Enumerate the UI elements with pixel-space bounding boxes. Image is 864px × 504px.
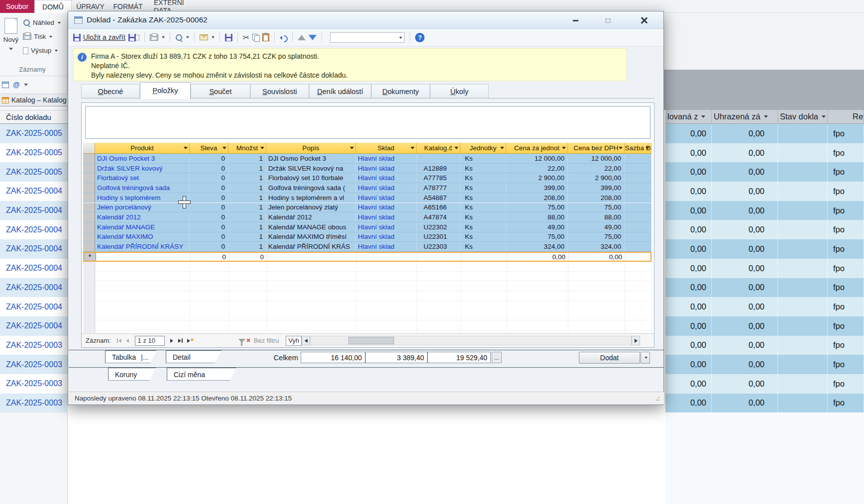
next-record-button[interactable]: [309, 35, 317, 40]
grid-cell[interactable]: 75,00: [568, 203, 625, 212]
grid-cell[interactable]: 2 900,00: [568, 173, 625, 183]
grid-cell[interactable]: 2 900,00: [506, 173, 568, 183]
background-table-row[interactable]: 0,000,00fpo: [665, 162, 864, 182]
grid-cell[interactable]: U22301: [417, 232, 460, 242]
ribbon-tab-file[interactable]: Soubor: [0, 0, 34, 13]
grid-column-header-1[interactable]: Produkt: [95, 143, 190, 154]
grid-row[interactable]: Kalendář MAXIMO01Kalendář MAXIMO tříměsí…: [83, 232, 651, 242]
background-table-row[interactable]: 0,000,00fpo: [665, 316, 864, 336]
save-and-close-button[interactable]: Uložit a zavřít: [73, 33, 125, 41]
row-selector[interactable]: [83, 183, 95, 193]
grid-cell[interactable]: [267, 253, 357, 261]
grid-cell[interactable]: Kalendář MAXIMO tříměsí: [266, 232, 356, 242]
grid-cell[interactable]: 0: [190, 183, 228, 193]
grid-cell[interactable]: 0,00: [507, 253, 569, 261]
grid-cell[interactable]: 399,00: [568, 183, 625, 193]
close-button[interactable]: [636, 14, 652, 26]
grid-cell[interactable]: Hlavní sklad: [356, 183, 417, 193]
document-number-link[interactable]: ZAK-2025-0004: [0, 278, 68, 298]
grid-cell[interactable]: 0: [190, 164, 228, 173]
grid-column-header-7[interactable]: Jednotky: [460, 143, 506, 154]
tab-tabulka[interactable]: Tabulka |...: [105, 350, 157, 363]
document-number-link[interactable]: ZAK-2025-0003: [0, 336, 68, 355]
grid-cell[interactable]: [625, 193, 651, 202]
document-number-link[interactable]: ZAK-2025-0004: [0, 297, 68, 316]
background-table-row[interactable]: 0,000,00fpo: [665, 374, 864, 394]
grid-cell[interactable]: 0,00: [569, 253, 626, 261]
grid-cell[interactable]: Hlavní sklad: [356, 164, 417, 173]
tab-cizi-mena[interactable]: Cizí měna: [167, 368, 236, 381]
grid-cell[interactable]: Ks: [460, 154, 506, 163]
grid-cell[interactable]: 324,00: [568, 242, 625, 251]
grid-cell[interactable]: 1: [228, 164, 266, 173]
grid-cell[interactable]: 0: [190, 173, 228, 183]
column-dropdown-icon[interactable]: [350, 147, 354, 149]
document-number-link[interactable]: ZAK-2025-0005: [0, 124, 68, 143]
grid-cell[interactable]: A54887: [417, 193, 460, 202]
grid-cell[interactable]: 1: [228, 242, 266, 251]
document-number-link[interactable]: ZAK-2025-0004: [0, 182, 68, 201]
grid-cell[interactable]: Ks: [460, 222, 506, 232]
column-dropdown-icon[interactable]: [619, 147, 623, 149]
column-dropdown-icon[interactable]: [184, 147, 188, 149]
grid-cell[interactable]: 208,00: [506, 193, 568, 202]
new-blank-record-button[interactable]: *: [185, 336, 197, 345]
grid-row[interactable]: Kalendář 201201Kalendář 2012Hlavní sklad…: [83, 212, 651, 222]
grid-cell[interactable]: 75,00: [506, 203, 568, 212]
row-selector[interactable]: [83, 222, 95, 232]
minimize-button[interactable]: [567, 14, 584, 26]
grid-cell[interactable]: 1: [228, 212, 266, 222]
save-new-button[interactable]: [128, 34, 139, 41]
grid-column-header-4[interactable]: Popis: [266, 143, 356, 154]
document-number-link[interactable]: ZAK-2025-0003: [0, 355, 68, 374]
hscrollbar-track[interactable]: [310, 336, 632, 345]
row-selector[interactable]: [83, 193, 95, 202]
grid-cell[interactable]: 75,00: [506, 232, 568, 242]
grid-cell[interactable]: Ks: [460, 203, 506, 212]
ribbon-tab-1[interactable]: DOMŮ: [34, 0, 72, 13]
preview-toolbar-button[interactable]: [175, 34, 189, 41]
grid-cell[interactable]: Kalendář 2012: [266, 212, 356, 222]
background-table-row[interactable]: 0,000,00fpo: [665, 201, 864, 220]
grid-cell[interactable]: 12 000,00: [506, 154, 568, 163]
background-table-row[interactable]: 0,000,00fpo: [665, 297, 864, 316]
column-dropdown-icon[interactable]: [500, 147, 504, 149]
grid-cell[interactable]: Hlavní sklad: [356, 242, 417, 251]
grid-cell[interactable]: 1: [228, 203, 266, 212]
grid-cell[interactable]: 1: [228, 222, 266, 232]
sort-arrow-icon[interactable]: [822, 115, 826, 118]
dialog-tab-souvislosti[interactable]: Souvislosti: [250, 84, 309, 99]
grid-cell[interactable]: [625, 173, 651, 183]
row-selector[interactable]: [83, 203, 95, 212]
grid-cell[interactable]: [357, 253, 418, 261]
print-button[interactable]: Tisk: [23, 33, 52, 40]
dialog-tab-obecn-[interactable]: Obecné: [81, 84, 140, 99]
grid-cell[interactable]: U22303: [417, 242, 460, 251]
grid-cell[interactable]: 0: [190, 232, 228, 242]
grid-row[interactable]: Hodiny s teploměrem01Hodiny s teploměrem…: [83, 193, 651, 203]
document-number-link[interactable]: ZAK-2025-0004: [0, 201, 68, 220]
send-mail-button[interactable]: [200, 34, 215, 40]
grid-cell[interactable]: 0: [190, 212, 228, 222]
grid-new-record-row[interactable]: *000,000,00: [83, 252, 651, 262]
grid-cell[interactable]: 1: [228, 232, 266, 242]
grid-row[interactable]: Kalendář MANAGE01Kalendář MANAGE obousHl…: [83, 222, 651, 232]
grid-row[interactable]: DJI Osmo Pocket 301DJI Osmo Pocket 3Hlav…: [83, 154, 651, 164]
grid-cell[interactable]: 49,00: [568, 222, 625, 232]
grid-cell[interactable]: 22,00: [568, 164, 625, 173]
document-number-link[interactable]: ZAK-2025-0004: [0, 239, 68, 259]
grid-cell[interactable]: Florbalový set: [95, 173, 190, 183]
dialog-tab-den-k-ud-lost-[interactable]: Deník událostí: [309, 84, 371, 99]
record-position-box[interactable]: 1 z 10: [135, 336, 165, 346]
grid-cell[interactable]: A47874: [417, 212, 460, 222]
next-record-nav-button[interactable]: [168, 336, 176, 345]
row-selector[interactable]: [83, 232, 95, 242]
background-table-row[interactable]: 0,000,00fpo: [665, 259, 864, 278]
grid-cell[interactable]: [625, 232, 651, 242]
grid-cell[interactable]: Golfová tréningová sada: [95, 183, 190, 193]
grid-cell[interactable]: 1: [228, 154, 266, 163]
column-header-cislo-dokladu[interactable]: Číslo dokladu: [0, 110, 68, 124]
grid-cell[interactable]: Kalendář MANAGE obous: [266, 222, 356, 232]
grid-cell[interactable]: [461, 253, 507, 261]
undo-button[interactable]: [280, 34, 287, 41]
